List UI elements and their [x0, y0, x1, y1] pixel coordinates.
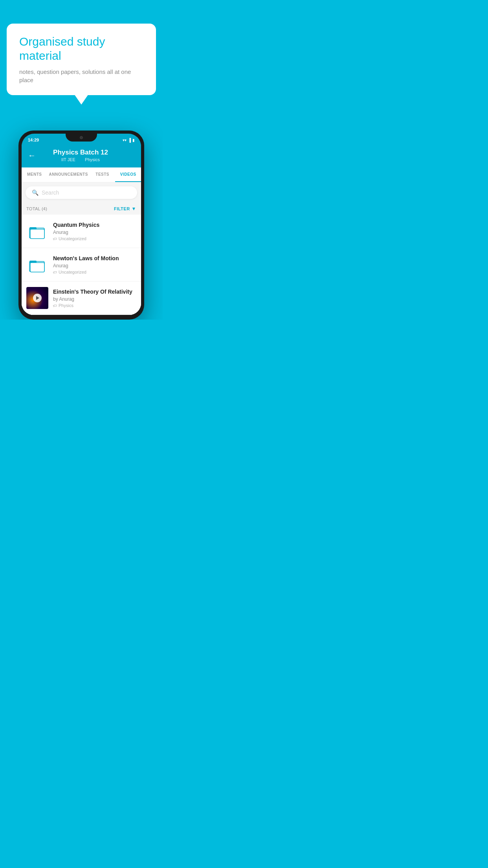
video-author-3: by Anurag	[53, 296, 136, 302]
filter-label: FILTER	[114, 206, 130, 211]
filter-icon: ▼	[132, 206, 136, 211]
wifi-icon: ▾▾	[123, 138, 127, 142]
header-subtitle: IIT JEE Physics	[36, 157, 125, 162]
status-icons: ▾▾ ▐ ▮	[123, 138, 135, 142]
tag-icon-2: 🏷	[53, 270, 57, 274]
signal-icon: ▐	[128, 138, 131, 142]
phone-top: 14:29 ▾▾ ▐ ▮ ← Physics Batch 12 IIT JEE …	[22, 134, 141, 182]
tag-label-2: Uncategorized	[59, 270, 86, 274]
back-button[interactable]: ←	[28, 151, 36, 160]
tag-icon-1: 🏷	[53, 237, 57, 241]
video-list: Quantum Physics Anurag 🏷 Uncategorized	[22, 215, 141, 315]
notch	[66, 134, 97, 142]
video-author-2: Anurag	[53, 263, 136, 268]
video-tag-1: 🏷 Uncategorized	[53, 236, 136, 241]
header-center: Physics Batch 12 IIT JEE Physics	[36, 149, 125, 162]
header-tag-iit: IIT JEE	[61, 157, 75, 162]
search-input-placeholder: Search	[42, 189, 59, 196]
list-item[interactable]: Einstein's Theory Of Relativity by Anura…	[22, 281, 141, 315]
svg-rect-2	[30, 229, 44, 239]
video-title-3: Einstein's Theory Of Relativity	[53, 288, 136, 295]
header-title: Physics Batch 12	[36, 149, 125, 156]
speech-bubble: Organised study material notes, question…	[7, 24, 156, 95]
filter-button[interactable]: FILTER ▼	[114, 206, 136, 211]
header-row: ← Physics Batch 12 IIT JEE Physics	[28, 149, 135, 162]
bubble-subtitle: notes, question papers, solutions all at…	[19, 68, 143, 84]
tag-icon-3: 🏷	[53, 303, 57, 308]
folder-thumb-1	[26, 220, 48, 242]
video-info-1: Quantum Physics Anurag 🏷 Uncategorized	[53, 221, 136, 241]
status-time: 14:29	[28, 138, 39, 142]
list-item[interactable]: Quantum Physics Anurag 🏷 Uncategorized	[22, 215, 141, 248]
video-tag-2: 🏷 Uncategorized	[53, 270, 136, 274]
search-icon: 🔍	[32, 189, 39, 196]
thumb-background-3	[26, 287, 48, 309]
search-bar[interactable]: 🔍 Search	[26, 186, 137, 199]
phone-frame: 14:29 ▾▾ ▐ ▮ ← Physics Batch 12 IIT JEE …	[18, 131, 144, 320]
app-content: 🔍 Search TOTAL (4) FILTER ▼	[22, 182, 141, 315]
camera-dot	[80, 136, 83, 139]
folder-thumb-2	[26, 254, 48, 276]
bubble-title: Organised study material	[19, 35, 143, 63]
video-title-2: Newton's Laws of Motion	[53, 255, 136, 262]
folder-icon-1	[29, 223, 46, 240]
status-bar: 14:29 ▾▾ ▐ ▮	[22, 134, 141, 145]
video-tag-3: 🏷 Physics	[53, 303, 136, 308]
tab-videos[interactable]: VIDEOS	[115, 167, 141, 182]
header-tag-physics: Physics	[85, 157, 100, 162]
tab-announcements[interactable]: ANNOUNCEMENTS	[48, 167, 90, 182]
list-item[interactable]: Newton's Laws of Motion Anurag 🏷 Uncateg…	[22, 248, 141, 281]
app-header: ← Physics Batch 12 IIT JEE Physics	[22, 145, 141, 167]
tag-label-3: Physics	[59, 303, 73, 308]
play-triangle-icon	[36, 296, 39, 300]
video-info-2: Newton's Laws of Motion Anurag 🏷 Uncateg…	[53, 255, 136, 274]
filter-row: TOTAL (4) FILTER ▼	[22, 203, 141, 215]
tab-tests[interactable]: TESTS	[90, 167, 116, 182]
tabs: MENTS ANNOUNCEMENTS TESTS VIDEOS	[22, 167, 141, 182]
video-thumbnail-3	[26, 287, 48, 309]
svg-rect-5	[30, 263, 44, 272]
video-info-3: Einstein's Theory Of Relativity by Anura…	[53, 288, 136, 308]
folder-icon-2	[29, 256, 46, 273]
video-title-1: Quantum Physics	[53, 221, 136, 228]
play-button-3[interactable]	[33, 294, 42, 302]
tag-label-1: Uncategorized	[59, 236, 86, 241]
video-author-1: Anurag	[53, 230, 136, 235]
tab-ments[interactable]: MENTS	[22, 167, 48, 182]
total-count: TOTAL (4)	[26, 206, 47, 211]
speech-bubble-wrapper: Organised study material notes, question…	[7, 24, 156, 95]
battery-icon: ▮	[132, 138, 135, 142]
